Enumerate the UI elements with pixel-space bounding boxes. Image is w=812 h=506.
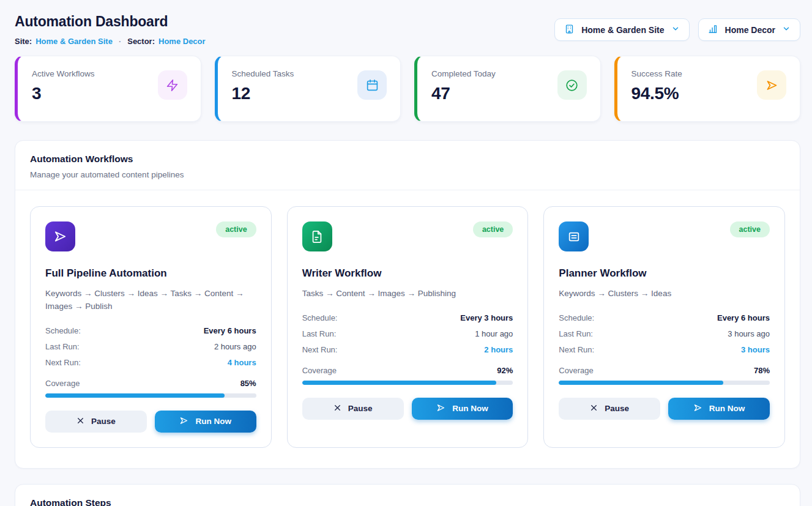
workflow-pipeline: Keywords → Clusters → Ideas → Tasks → Co… — [45, 288, 256, 313]
x-icon — [333, 404, 341, 414]
x-icon — [590, 404, 598, 414]
stat-value: 12 — [232, 84, 251, 103]
workflow-title: Writer Workflow — [302, 267, 513, 280]
steps-panel-title: Automation Steps — [30, 497, 785, 506]
last-run-value: 3 hours ago — [728, 329, 770, 338]
pause-button[interactable]: Pause — [559, 398, 660, 420]
site-link[interactable]: Home & Garden Site — [35, 37, 113, 46]
stat-label: Completed Today — [431, 69, 496, 78]
send-icon — [436, 403, 445, 414]
status-badge: active — [216, 221, 256, 237]
workflow-pipeline: Keywords → Clusters → Ideas — [559, 288, 770, 300]
last-run-value: 1 hour ago — [475, 329, 513, 338]
coverage-label: Coverage — [302, 366, 337, 375]
stat-value: 3 — [32, 84, 41, 103]
calendar-icon — [357, 70, 387, 100]
pause-button[interactable]: Pause — [302, 398, 404, 420]
stat-card-scheduled-tasks: Scheduled Tasks 12 — [215, 56, 401, 122]
workflow-card-writer: active Writer Workflow Tasks → Content →… — [287, 206, 529, 448]
automation-steps-panel: Automation Steps Configure which steps a… — [15, 484, 800, 506]
send-icon — [757, 70, 786, 100]
run-now-button[interactable]: Run Now — [155, 411, 256, 433]
chevron-down-icon — [782, 24, 791, 35]
workflows-panel-subtitle: Manage your automated content pipelines — [30, 170, 785, 179]
bar-chart-icon — [708, 24, 718, 36]
topbar: Automation Dashboard Site: Home & Garden… — [15, 13, 800, 46]
schedule-value: Every 6 hours — [717, 313, 770, 322]
site-selector-value: Home & Garden Site — [581, 25, 664, 35]
top-actions: Home & Garden Site Home Decor — [554, 18, 800, 41]
stat-value: 47 — [431, 84, 450, 103]
stat-label: Success Rate — [631, 69, 682, 78]
coverage-label: Coverage — [559, 366, 593, 375]
sector-link[interactable]: Home Decor — [158, 37, 206, 46]
run-now-button[interactable]: Run Now — [668, 398, 770, 420]
check-circle-icon — [557, 70, 587, 100]
sector-selector-value: Home Decor — [725, 25, 775, 35]
zap-icon — [158, 70, 187, 100]
next-run-value: 2 hours — [484, 345, 513, 354]
stat-card-active-workflows: Active Workflows 3 — [15, 56, 201, 122]
x-icon — [76, 417, 84, 426]
stat-label: Active Workflows — [32, 69, 95, 78]
separator-dot: · — [119, 37, 121, 46]
page-title: Automation Dashboard — [15, 13, 206, 30]
last-run-value: 2 hours ago — [214, 342, 256, 351]
status-badge: active — [730, 221, 770, 237]
automation-workflows-panel: Automation Workflows Manage your automat… — [15, 140, 800, 469]
site-selector-dropdown[interactable]: Home & Garden Site — [554, 18, 689, 41]
automation-dashboard-page: Automation Dashboard Site: Home & Garden… — [0, 0, 812, 506]
workflows-panel-body: active Full Pipeline Automation Keywords… — [15, 190, 800, 468]
title-block: Automation Dashboard Site: Home & Garden… — [15, 13, 206, 46]
last-run-label: Last Run: — [45, 342, 80, 351]
workflow-title: Full Pipeline Automation — [45, 267, 256, 280]
coverage-progress-fill — [559, 381, 723, 385]
coverage-value: 92% — [497, 366, 513, 375]
next-run-label: Next Run: — [302, 345, 338, 354]
workflow-title: Planner Workflow — [559, 267, 770, 280]
workflow-pipeline: Tasks → Content → Images → Publishing — [302, 288, 513, 300]
steps-panel-header: Automation Steps Configure which steps a… — [15, 485, 800, 506]
stat-value: 94.5% — [631, 84, 679, 103]
coverage-progressbar — [559, 381, 770, 385]
pause-button[interactable]: Pause — [45, 411, 147, 433]
coverage-label: Coverage — [45, 379, 80, 388]
stat-card-completed-today: Completed Today 47 — [414, 56, 601, 122]
coverage-value: 85% — [240, 379, 256, 388]
workflows-panel-header: Automation Workflows Manage your automat… — [15, 141, 800, 190]
next-run-value: 4 hours — [228, 358, 256, 367]
schedule-label: Schedule: — [559, 313, 594, 322]
last-run-label: Last Run: — [559, 329, 593, 338]
site-label: Site: — [15, 37, 32, 46]
coverage-progress-fill — [45, 393, 225, 398]
stat-card-success-rate: Success Rate 94.5% — [614, 56, 801, 122]
file-icon — [302, 221, 332, 251]
next-run-label: Next Run: — [559, 345, 594, 354]
workflow-grid: active Full Pipeline Automation Keywords… — [30, 206, 785, 448]
coverage-value: 78% — [754, 366, 770, 375]
stat-label: Scheduled Tasks — [232, 69, 294, 78]
stats-row: Active Workflows 3 Scheduled Tasks 12 — [15, 56, 800, 122]
coverage-progressbar — [45, 393, 256, 398]
sector-label: Sector: — [127, 37, 155, 46]
workflow-card-full-pipeline: active Full Pipeline Automation Keywords… — [30, 206, 272, 448]
coverage-progress-fill — [302, 381, 496, 385]
status-badge: active — [473, 221, 513, 237]
workflow-card-planner: active Planner Workflow Keywords → Clust… — [543, 206, 785, 448]
workflows-panel-title: Automation Workflows — [30, 154, 785, 165]
send-icon — [693, 403, 702, 414]
next-run-value: 3 hours — [741, 345, 770, 354]
schedule-value: Every 6 hours — [204, 326, 256, 335]
send-icon — [45, 221, 75, 251]
sector-selector-dropdown[interactable]: Home Decor — [698, 18, 800, 41]
list-icon — [559, 221, 589, 251]
run-now-button[interactable]: Run Now — [412, 398, 513, 420]
next-run-label: Next Run: — [45, 358, 81, 367]
schedule-label: Schedule: — [45, 326, 81, 335]
breadcrumb: Site: Home & Garden Site · Sector: Home … — [15, 37, 206, 46]
send-icon — [179, 416, 188, 427]
schedule-label: Schedule: — [302, 313, 338, 322]
chevron-down-icon — [671, 24, 680, 35]
last-run-label: Last Run: — [302, 329, 337, 338]
building-icon — [564, 24, 575, 36]
